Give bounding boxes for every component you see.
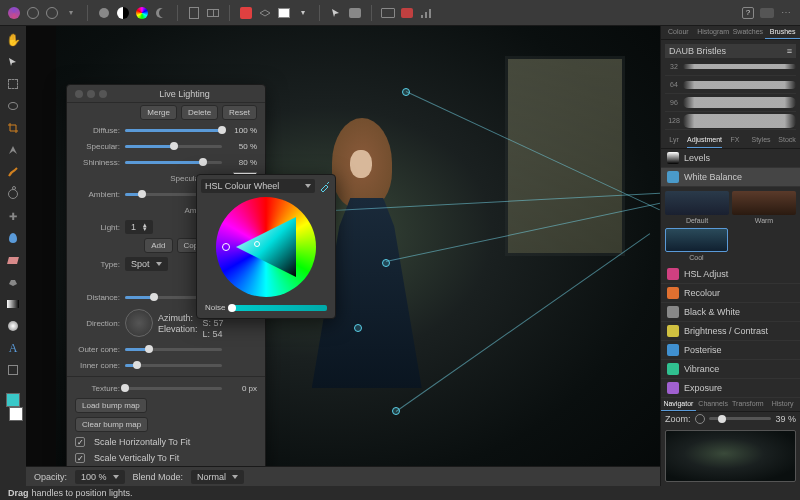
- tab-colour[interactable]: Colour: [661, 26, 696, 39]
- tab-styles[interactable]: Styles: [748, 134, 774, 147]
- arrow-tool-icon[interactable]: [328, 5, 344, 21]
- moon-icon[interactable]: [153, 5, 169, 21]
- light-handle[interactable]: [402, 88, 410, 96]
- clear-bump-button[interactable]: Clear bump map: [75, 417, 148, 432]
- hand-tool[interactable]: ✋: [3, 30, 23, 50]
- light-handle[interactable]: [392, 407, 400, 415]
- adj-black-white[interactable]: Black & White: [661, 303, 800, 322]
- specular-slider[interactable]: [125, 145, 222, 148]
- hue-handle[interactable]: [222, 243, 230, 251]
- target-icon[interactable]: [44, 5, 60, 21]
- tab-history[interactable]: History: [765, 398, 800, 411]
- screen-icon[interactable]: [380, 5, 396, 21]
- scale-v-checkbox[interactable]: [75, 453, 85, 463]
- opacity-field[interactable]: 100 %: [75, 470, 125, 484]
- blur-tool[interactable]: [3, 228, 23, 248]
- tab-histogram[interactable]: Histogram: [696, 26, 731, 39]
- delete-button[interactable]: Delete: [181, 105, 218, 120]
- mask-icon[interactable]: [347, 5, 363, 21]
- load-bump-button[interactable]: Load bump map: [75, 398, 147, 413]
- select-tool[interactable]: [3, 52, 23, 72]
- rect-icon[interactable]: [276, 5, 292, 21]
- clone-tool[interactable]: [3, 184, 23, 204]
- red-stack-icon[interactable]: [399, 5, 415, 21]
- crop-tool[interactable]: [3, 118, 23, 138]
- scale-h-checkbox[interactable]: [75, 437, 85, 447]
- gear-icon[interactable]: [25, 5, 41, 21]
- zoom-fit-icon[interactable]: [695, 414, 705, 424]
- dodge-tool[interactable]: [3, 316, 23, 336]
- more-icon[interactable]: ⋯: [778, 5, 794, 21]
- cancel-icon[interactable]: [238, 5, 254, 21]
- brush-item[interactable]: 96: [665, 94, 796, 112]
- brush-size-icon[interactable]: [96, 5, 112, 21]
- adj-white-balance[interactable]: White Balance: [661, 168, 800, 187]
- tab-layers[interactable]: Lyr: [661, 134, 687, 147]
- blend-mode-select[interactable]: Normal: [191, 470, 244, 484]
- adj-posterise[interactable]: Posterise: [661, 341, 800, 360]
- marquee-tool[interactable]: [3, 74, 23, 94]
- light-stepper[interactable]: 1▴▾: [125, 220, 153, 234]
- canvas[interactable]: Live Lighting Merge Delete Reset Diffuse…: [26, 26, 660, 486]
- gradient-tool[interactable]: [3, 294, 23, 314]
- type-select[interactable]: Spot: [125, 257, 168, 271]
- zoom-slider[interactable]: [709, 417, 772, 420]
- adj-exposure[interactable]: Exposure: [661, 379, 800, 398]
- page-icon[interactable]: [186, 5, 202, 21]
- adj-recolour[interactable]: Recolour: [661, 284, 800, 303]
- brush-tool[interactable]: [3, 162, 23, 182]
- texture-slider[interactable]: [125, 387, 222, 390]
- assist-icon[interactable]: [759, 5, 775, 21]
- preset-default[interactable]: Default: [665, 191, 729, 224]
- brush-set-select[interactable]: DAUB Bristles≡: [665, 44, 796, 58]
- app-icon[interactable]: [6, 5, 22, 21]
- fill-tool[interactable]: [3, 272, 23, 292]
- colour-triangle[interactable]: [236, 217, 296, 277]
- tab-navigator[interactable]: Navigator: [661, 398, 696, 411]
- zoom-icon[interactable]: [99, 90, 107, 98]
- panel-titlebar[interactable]: Live Lighting: [67, 85, 265, 103]
- tab-swatches[interactable]: Swatches: [731, 26, 766, 39]
- tab-brushes[interactable]: Brushes: [765, 26, 800, 39]
- colour-wheel-icon[interactable]: [134, 5, 150, 21]
- colour-wheel[interactable]: [216, 197, 316, 297]
- shininess-slider[interactable]: [125, 161, 222, 164]
- noise-slider[interactable]: [229, 305, 327, 311]
- preset-cool[interactable]: Cool: [665, 228, 728, 261]
- brush-item[interactable]: 64: [665, 76, 796, 94]
- tab-fx[interactable]: FX: [722, 134, 748, 147]
- navigator-thumbnail[interactable]: [665, 430, 796, 482]
- help-icon[interactable]: ?: [740, 5, 756, 21]
- tab-stock[interactable]: Stock: [774, 134, 800, 147]
- eyedropper-icon[interactable]: [319, 180, 331, 192]
- adj-levels[interactable]: Levels: [661, 149, 800, 168]
- adj-hsl-adjust[interactable]: HSL Adjust: [661, 265, 800, 284]
- dropdown-icon[interactable]: ▾: [63, 5, 79, 21]
- adj-vibrance[interactable]: Vibrance: [661, 360, 800, 379]
- erase-tool[interactable]: [3, 250, 23, 270]
- tab-adjustment[interactable]: Adjustment: [687, 134, 722, 147]
- adj-brightness-contrast[interactable]: Brightness / Contrast: [661, 322, 800, 341]
- colour-background[interactable]: [6, 404, 26, 424]
- grid-icon[interactable]: [205, 5, 221, 21]
- minimise-icon[interactable]: [87, 90, 95, 98]
- sl-handle[interactable]: [254, 241, 260, 247]
- bars-icon[interactable]: [418, 5, 434, 21]
- add-light-button[interactable]: Add: [144, 238, 172, 253]
- reset-button[interactable]: Reset: [222, 105, 257, 120]
- brush-item[interactable]: 128: [665, 112, 796, 130]
- heal-tool[interactable]: ✚: [3, 206, 23, 226]
- text-tool[interactable]: A: [3, 338, 23, 358]
- inner-cone-slider[interactable]: [125, 364, 222, 367]
- close-icon[interactable]: [75, 90, 83, 98]
- shape-tool[interactable]: [3, 360, 23, 380]
- direction-wheel[interactable]: [125, 309, 153, 337]
- colour-mode-select[interactable]: HSL Colour Wheel: [201, 179, 315, 193]
- diffuse-slider[interactable]: [125, 129, 222, 132]
- tab-channels[interactable]: Channels: [696, 398, 731, 411]
- brush-item[interactable]: 32: [665, 58, 796, 76]
- contrast-icon[interactable]: [115, 5, 131, 21]
- layer-icon[interactable]: [257, 5, 273, 21]
- chevron-down-icon[interactable]: ▾: [295, 5, 311, 21]
- tab-transform[interactable]: Transform: [731, 398, 766, 411]
